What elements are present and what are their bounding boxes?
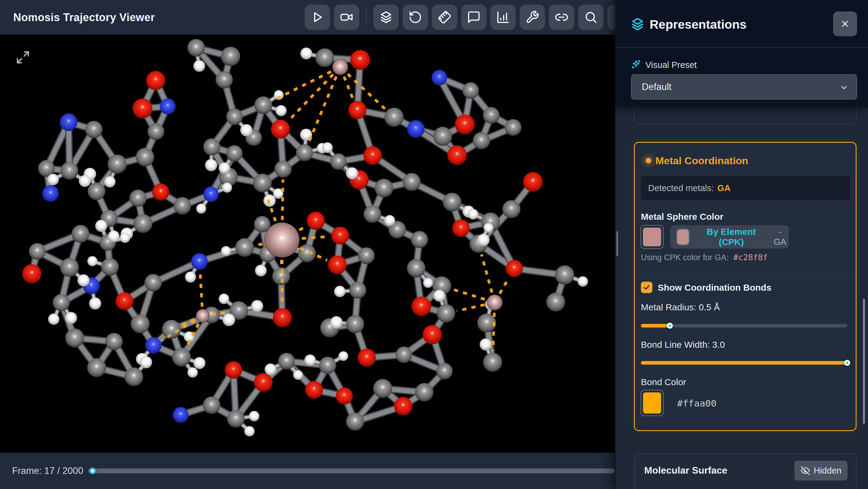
bond-color-fill — [643, 393, 661, 413]
expand-icon — [15, 49, 31, 65]
toolbar-button-play[interactable] — [305, 4, 330, 30]
molecular-surface-title: Molecular Surface — [644, 465, 727, 476]
metal-sphere-color-fill — [643, 228, 661, 246]
toolbar-button-search[interactable] — [578, 4, 603, 30]
app-window: Nomosis Trajectory Viewer Frame: 17 / 20… — [0, 0, 868, 489]
color-mode-button[interactable]: By Element (CPK) - GA — [671, 226, 789, 249]
frame-label: Frame: 17 / 2000 — [12, 453, 83, 489]
expand-button[interactable] — [14, 49, 32, 67]
color-mode-suffix: - GA — [772, 227, 788, 247]
color-mode-label: By Element (CPK) — [695, 227, 767, 247]
eye-off-icon — [801, 466, 810, 476]
surface-visibility-button[interactable]: Hidden — [795, 461, 847, 481]
search-icon — [584, 10, 598, 24]
app-title: Nomosis Trajectory Viewer — [13, 0, 155, 35]
toolbar-button-tools[interactable] — [520, 4, 545, 30]
molecule-canvas[interactable] — [0, 35, 615, 453]
bond-width-thumb[interactable] — [844, 360, 850, 366]
metal-radius-fill — [641, 324, 670, 327]
bond-width-fill — [641, 361, 847, 365]
toolbar-button-layers[interactable] — [373, 4, 399, 30]
frame-slider[interactable] — [88, 468, 615, 473]
bond-width-slider[interactable] — [641, 357, 847, 368]
play-icon — [310, 10, 324, 24]
metal-sphere-color-swatch[interactable] — [640, 225, 664, 249]
chevron-down-icon — [839, 83, 849, 92]
cpk-note-prefix: Using CPK color for GA: — [641, 253, 728, 262]
check-icon — [643, 283, 651, 291]
surface-status-label: Hidden — [814, 466, 841, 476]
metal-sphere-color-label: Metal Sphere Color — [641, 211, 723, 222]
close-icon — [840, 19, 850, 29]
panel-scroll-area: Metal Coordination Detected metals: GA M… — [615, 108, 868, 489]
metal-radius-label: Metal Radius: 0.5 Å — [641, 302, 720, 312]
tools-icon — [525, 10, 539, 24]
panel-scrollbar[interactable] — [863, 299, 865, 424]
cpk-note-value: #c28f8f — [734, 253, 768, 262]
divider — [641, 272, 850, 272]
show-bonds-label: Show Coordination Bonds — [658, 283, 772, 293]
representations-panel: Representations Visual Preset Default Me… — [615, 0, 868, 489]
panel-title: Representations — [650, 18, 746, 32]
analysis-icon — [496, 10, 510, 24]
reset-view-icon — [408, 10, 422, 24]
measure-icon — [438, 10, 452, 24]
detected-metals-value: GA — [717, 183, 731, 193]
record-icon — [340, 10, 353, 24]
toolbar-button-analysis[interactable] — [490, 4, 516, 30]
panel-resize-handle[interactable] — [617, 231, 618, 256]
frame-slider-thumb[interactable] — [89, 467, 96, 474]
previous-card-partial — [634, 108, 857, 124]
bond-color-value: #ffaa00 — [677, 398, 717, 409]
metal-radius-slider[interactable] — [641, 320, 847, 331]
visual-preset-value: Default — [642, 82, 671, 92]
annotations-icon — [467, 10, 481, 24]
bond-width-track[interactable] — [641, 361, 847, 365]
share-link-icon — [555, 10, 568, 24]
metal-radius-thumb[interactable] — [667, 323, 673, 329]
toolbar-button-reset-view[interactable] — [403, 4, 428, 30]
panel-header: Representations Visual Preset Default — [615, 0, 868, 108]
toolbar-button-record[interactable] — [334, 4, 359, 30]
show-bonds-checkbox[interactable] — [641, 282, 652, 293]
detected-metals-box: Detected metals: GA — [641, 176, 850, 200]
cpk-note: Using CPK color for GA: #c28f8f — [641, 253, 768, 262]
metal-coordination-title: Metal Coordination — [655, 155, 748, 167]
visual-preset-label: Visual Preset — [645, 60, 697, 70]
layers-icon — [379, 10, 393, 24]
detected-metals-label: Detected metals: — [648, 183, 714, 193]
toolbar-button-share-link[interactable] — [549, 4, 574, 30]
molecule-viewport[interactable] — [0, 35, 615, 453]
bond-color-label: Bond Color — [641, 377, 686, 387]
sparkles-icon — [631, 59, 641, 69]
status-dot — [646, 158, 651, 163]
bond-color-swatch[interactable] — [640, 390, 664, 416]
visual-preset-select[interactable]: Default — [631, 74, 857, 99]
molecular-surface-card: Molecular Surface Hidden — [634, 453, 857, 489]
panel-title-row: Representations — [615, 0, 868, 48]
toolbar-buttons — [305, 4, 637, 30]
metal-coordination-card: Metal Coordination Detected metals: GA M… — [634, 142, 857, 431]
layers-icon — [630, 17, 645, 31]
toolbar-button-measure[interactable] — [432, 4, 457, 30]
cpk-mini-swatch — [677, 230, 688, 244]
close-panel-button[interactable] — [833, 11, 857, 36]
toolbar-button-annotations[interactable] — [461, 4, 487, 30]
metal-radius-track[interactable] — [641, 324, 847, 327]
toolbar-divider — [366, 9, 367, 26]
bond-width-label: Bond Line Width: 3.0 — [641, 340, 725, 350]
playback-bar: Frame: 17 / 2000 — [0, 453, 615, 489]
